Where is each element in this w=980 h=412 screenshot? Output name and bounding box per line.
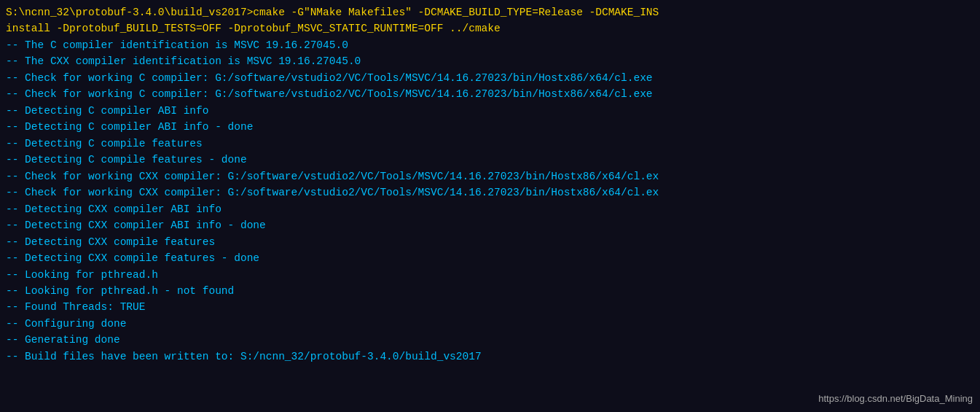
terminal-line-13: -- Detecting CXX compiler ABI info - don… xyxy=(6,217,974,233)
terminal-line-5: -- Check for working C compiler: G:/soft… xyxy=(6,86,974,102)
watermark: https://blog.csdn.net/BigData_Mining xyxy=(818,392,973,406)
terminal-line-0: S:\ncnn_32\protobuf-3.4.0\build_vs2017>c… xyxy=(6,4,974,20)
terminal-line-21: -- Build files have been written to: S:/… xyxy=(6,349,974,365)
terminal-line-10: -- Check for working CXX compiler: G:/so… xyxy=(6,168,974,184)
terminal-line-18: -- Found Threads: TRUE xyxy=(6,299,974,315)
terminal-line-14: -- Detecting CXX compile features xyxy=(6,234,974,250)
terminal-line-17: -- Looking for pthread.h - not found xyxy=(6,283,974,299)
terminal-output: S:\ncnn_32\protobuf-3.4.0\build_vs2017>c… xyxy=(6,4,974,365)
terminal-line-3: -- The CXX compiler identification is MS… xyxy=(6,53,974,69)
terminal-line-9: -- Detecting C compile features - done xyxy=(6,152,974,168)
terminal-line-6: -- Detecting C compiler ABI info xyxy=(6,103,974,119)
terminal-line-8: -- Detecting C compile features xyxy=(6,136,974,152)
terminal-window: S:\ncnn_32\protobuf-3.4.0\build_vs2017>c… xyxy=(0,0,980,412)
terminal-line-2: -- The C compiler identification is MSVC… xyxy=(6,37,974,53)
terminal-line-4: -- Check for working C compiler: G:/soft… xyxy=(6,70,974,86)
terminal-line-11: -- Check for working CXX compiler: G:/so… xyxy=(6,184,974,201)
terminal-line-15: -- Detecting CXX compile features - done xyxy=(6,250,974,266)
terminal-line-19: -- Configuring done xyxy=(6,316,974,332)
terminal-line-7: -- Detecting C compiler ABI info - done xyxy=(6,119,974,135)
terminal-line-20: -- Generating done xyxy=(6,332,974,348)
terminal-line-1: install -Dprotobuf_BUILD_TESTS=OFF -Dpro… xyxy=(6,20,974,36)
terminal-line-12: -- Detecting CXX compiler ABI info xyxy=(6,201,974,217)
terminal-line-16: -- Looking for pthread.h xyxy=(6,267,974,283)
